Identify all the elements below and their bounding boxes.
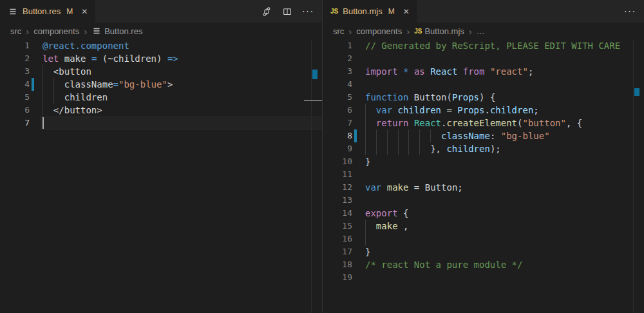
tab-label: Button.res [23,6,61,16]
line-number: 3 [0,65,30,78]
code-line[interactable]: 4 [323,78,644,91]
code-line-content: } [365,245,370,258]
line-number: 4 [323,78,352,91]
code-line[interactable]: 7 return React.createElement("button", { [323,117,644,129]
code-line[interactable]: 16 [323,232,644,245]
code-token: } [365,156,370,167]
code-line[interactable]: 9 }, children); [323,142,644,155]
breadcrumb-item-buttonres[interactable]: Button.res [91,26,142,36]
code-token: var [376,105,398,115]
tab-bar: Button.resM✕··· [0,0,322,23]
code-editor[interactable]: 1// Generated by ReScript, PLEASE EDIT W… [323,39,644,313]
git-modified-badge: M [66,7,73,16]
breadcrumb-label: src [10,26,21,36]
code-line-content: function Button(Props) { [365,91,495,104]
tab-label: Button.mjs [343,6,382,16]
code-token: make [387,182,409,193]
code-token: Button( [414,92,452,102]
line-number: 19 [323,271,352,284]
breadcrumb-item-buttonmjs[interactable]: JSButton.mjs [414,26,464,36]
code-line-content: <button [43,65,91,78]
code-line[interactable]: 5 children [0,91,322,104]
code-token: React [430,66,463,77]
code-token: as [414,66,430,77]
code-line[interactable]: 11 [323,168,644,181]
code-editor[interactable]: 1@react.component2let make = (~children)… [0,39,322,313]
code-line[interactable]: 2 [323,52,644,65]
code-line[interactable]: 6 var children = Props.children; [323,104,644,117]
breadcrumb-item-components[interactable]: components [356,26,402,36]
code-token: createElement [446,118,517,128]
code-token: let [43,53,59,64]
tab-button-res[interactable]: Button.resM✕ [0,0,95,23]
code-line[interactable]: 1// Generated by ReScript, PLEASE EDIT W… [323,39,644,52]
close-icon[interactable]: ✕ [81,8,88,15]
code-line[interactable]: 6 </button> [0,104,322,117]
more-actions-button[interactable]: ··· [300,4,316,19]
text-cursor [43,117,44,129]
line-number: 11 [323,168,352,181]
code-token: /* react Not a pure module */ [365,260,522,270]
code-line[interactable]: 15 make , [323,220,644,232]
breadcrumb-item-[interactable]: … [477,26,485,36]
code-line[interactable]: 2let make = (~children) => [0,52,322,65]
split-editor-button[interactable] [279,4,295,19]
breadcrumb-item-components[interactable]: components [33,26,79,36]
modified-line-marker [32,78,34,91]
split-editor-icon [282,6,292,17]
tab-button-mjs[interactable]: JSButton.mjsM✕ [323,0,417,23]
line-number: 8 [323,129,352,142]
code-line[interactable]: 5function Button(Props) { [323,91,644,104]
breadcrumb: src›components›JSButton.mjs›… [323,23,644,39]
code-line[interactable]: 12var make = Button; [323,181,644,194]
code-line[interactable]: 3import * as React from "react"; [323,65,644,78]
code-line[interactable]: 4 className="bg-blue"> [0,78,322,91]
line-number: 15 [323,220,352,232]
code-line[interactable]: 3 <button [0,65,322,78]
line-number: 13 [323,194,352,207]
code-line[interactable]: 8 className: "bg-blue" [323,129,644,142]
code-token: Props [457,105,484,115]
code-token: "bg-blue" [118,79,167,90]
code-token: return [376,118,414,128]
code-token [365,221,376,231]
line-number: 7 [0,117,30,129]
overview-ruler [633,39,634,313]
code-token: * [403,66,414,77]
line-number: 5 [323,91,352,104]
tabs-container: JSButton.mjsM✕ [323,0,417,23]
code-token: } [365,247,370,257]
code-line[interactable]: 13 [323,194,644,207]
tabs-container: Button.resM✕ [0,0,95,23]
code-line[interactable]: 19 [323,271,644,284]
breadcrumb-item-src[interactable]: src [10,26,21,36]
line-number: 1 [323,39,352,52]
code-token: = [113,79,118,90]
code-token: }, [365,144,446,154]
line-number: 3 [323,65,352,78]
code-line[interactable]: 17} [323,245,644,258]
js-file-icon: JS [414,28,422,35]
code-token: { [398,208,409,218]
code-line[interactable]: 7 [0,117,322,129]
vscode-window: Button.resM✕···src›components›Button.res… [0,0,644,313]
indent-guide [365,232,366,245]
code-token: ) { [479,92,495,102]
breadcrumb-label: src [333,26,344,36]
close-icon[interactable]: ✕ [403,8,410,15]
code-line[interactable]: 18/* react Not a pure module */ [323,258,644,271]
more-actions-button[interactable]: ··· [622,4,638,19]
line-number: 4 [0,78,30,91]
code-token: (~children) [97,53,167,64]
code-token: React [414,118,441,128]
open-changes-button[interactable] [259,4,274,19]
code-line-content: </button> [43,104,102,117]
code-line[interactable]: 14export { [323,207,644,220]
code-line-content: import * as React from "react"; [365,65,533,78]
code-line[interactable]: 10} [323,155,644,168]
code-line[interactable]: 1@react.component [0,39,322,52]
line-number: 9 [323,142,352,155]
code-token: ; [533,105,538,115]
breadcrumb-item-src[interactable]: src [333,26,344,36]
code-token: className [43,79,113,90]
